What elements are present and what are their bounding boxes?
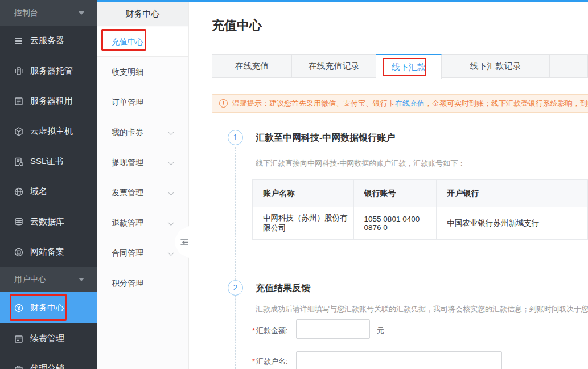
required-asterisk: *	[252, 326, 255, 335]
tab-offline-remittance-records[interactable]: 线下汇款记录	[442, 55, 550, 77]
sidebar-item-virtual-host[interactable]: 云虚拟主机	[0, 116, 97, 146]
triangle-down-icon	[79, 11, 84, 15]
triangle-down-icon	[79, 278, 84, 281]
sidebar-item-cloud-server[interactable]: 云服务器	[0, 26, 97, 56]
sidebar-item-agent-distribution[interactable]: 代理分销	[0, 354, 97, 369]
sidebar-item-label: 网站备案	[30, 247, 64, 257]
submenu-item-contract-management[interactable]: 合同管理	[97, 238, 188, 268]
remittance-amount-label: *汇款金额:	[252, 326, 288, 336]
submenu-item-label: 我的卡券	[112, 128, 143, 138]
sidebar-item-label: 财务中心	[30, 302, 64, 313]
step-connector-line	[235, 147, 236, 369]
remittance-amount-input[interactable]	[296, 319, 370, 339]
filing-circle-icon	[14, 247, 24, 257]
finance-submenu: 财务中心 充值中心 收支明细 订单管理 我的卡券 提现管理 发票管理	[97, 2, 189, 369]
chevron-down-icon	[168, 249, 174, 255]
submenu-item-my-coupons[interactable]: 我的卡券	[97, 117, 188, 147]
online-recharge-link[interactable]: 在线充值	[395, 99, 425, 108]
exclamation-circle-icon: !	[219, 99, 228, 108]
cube-icon	[14, 126, 24, 137]
submenu-item-label: 合同管理	[112, 248, 143, 259]
certificate-icon	[14, 157, 24, 167]
submenu-item-points-management[interactable]: 积分管理	[97, 268, 188, 298]
notice-suffix: ，金额可实时到账；线下汇款受银行系统影响，到账时间	[425, 99, 588, 108]
notice-prefix: 温馨提示：建议您首先采用微信、支付宝、银行卡	[232, 99, 395, 108]
server-stack-icon	[14, 36, 24, 46]
submenu-item-withdrawal-management[interactable]: 提现管理	[97, 147, 188, 178]
tab-online-recharge-records[interactable]: 在线充值记录	[292, 55, 376, 77]
submenu-item-label: 发票管理	[112, 188, 143, 198]
sidebar-item-label: 域名	[30, 186, 47, 197]
tab-online-recharge[interactable]: 在线充值	[212, 55, 292, 77]
amount-unit: 元	[377, 326, 384, 336]
recharge-center-screen: 控制台 云服务器 服务器托管 服务器租用 云虚拟主机	[0, 0, 588, 369]
sidebar-item-domain[interactable]: 域名	[0, 177, 97, 207]
sidebar-section-console[interactable]: 控制台	[0, 0, 97, 26]
chevron-down-icon	[168, 219, 174, 225]
chevron-down-icon	[168, 188, 174, 195]
step-2-description: 汇款成功后请详细填写与您汇款账号关联的汇款凭据，我司将会核实您的汇款信息；到账时…	[256, 304, 588, 314]
submenu-item-income-expense[interactable]: 收支明细	[97, 57, 188, 87]
server-tower-icon	[14, 66, 24, 76]
top-accent-bar	[97, 0, 588, 2]
label-text: 汇款金额:	[256, 326, 288, 335]
sidebar-item-cloud-database[interactable]: 云数据库	[0, 207, 97, 237]
column-header-account-name: 账户名称	[253, 180, 354, 207]
sidebar-item-label: 服务器托管	[30, 65, 73, 76]
table-header-row: 账户名称 银行账号 开户银行	[253, 180, 588, 207]
primary-sidebar: 控制台 云服务器 服务器托管 服务器租用 云虚拟主机	[0, 0, 97, 369]
submenu-item-label: 积分管理	[112, 278, 143, 289]
remittance-account-name-label: *汇款户名:	[252, 356, 288, 367]
submenu-item-recharge-center[interactable]: 充值中心	[97, 27, 188, 57]
cell-account-name: 中网科技（苏州）股份有限公司	[253, 207, 354, 240]
globe-icon	[14, 187, 24, 197]
notice-text: 温馨提示：建议您首先采用微信、支付宝、银行卡在线充值，金额可实时到账；线下汇款受…	[232, 99, 588, 109]
step-2-badge: 2	[228, 280, 243, 296]
step-1-badge: 1	[228, 130, 243, 145]
column-header-opening-bank: 开户银行	[437, 180, 588, 207]
sidebar-item-label: SSL证书	[30, 156, 63, 167]
chevron-down-icon	[168, 158, 174, 165]
sidebar-item-label: 服务器租用	[30, 96, 73, 106]
sidebar-item-label: 代理分销	[30, 363, 64, 369]
sidebar-item-server-hosting[interactable]: 服务器托管	[0, 56, 97, 86]
table-row: 中网科技（苏州）股份有限公司 1055 0801 0400 0876 0 中国农…	[253, 207, 588, 240]
submenu-item-label: 提现管理	[112, 158, 143, 168]
server-list-icon	[14, 96, 24, 106]
user-center-label: 用户中心	[14, 274, 46, 285]
chevron-down-icon	[168, 128, 174, 134]
main-content: 充值中心 在线充值 在线充值记录 线下汇款 线下汇款记录 ! 温馨提示：建议您首…	[189, 0, 588, 369]
remittance-account-name-input[interactable]	[296, 351, 502, 369]
submenu-item-order-management[interactable]: 订单管理	[97, 87, 188, 117]
briefcase-icon	[14, 364, 24, 369]
sidebar-item-finance-center[interactable]: 财务中心	[0, 292, 97, 323]
sidebar-item-label: 续费管理	[30, 333, 64, 344]
submenu-item-label: 收支明细	[112, 67, 143, 77]
submenu-item-invoice-management[interactable]: 发票管理	[97, 178, 188, 208]
sidebar-item-label: 云虚拟主机	[30, 126, 73, 137]
sidebar-item-server-rental[interactable]: 服务器租用	[0, 86, 97, 116]
submenu-item-label: 订单管理	[112, 97, 143, 108]
page-title: 充值中心	[212, 17, 262, 34]
yen-circle-icon	[14, 303, 24, 313]
submenu-header: 财务中心	[97, 2, 188, 26]
submenu-item-label: 退款管理	[112, 218, 143, 228]
bank-account-table: 账户名称 银行账号 开户银行 中网科技（苏州）股份有限公司 1055 0801 …	[252, 179, 588, 240]
sidebar-item-label: 云服务器	[30, 35, 64, 46]
sidebar-item-website-filing[interactable]: 网站备案	[0, 237, 97, 267]
step-1-description: 线下汇款直接向中网科技-中网数据的账户汇款，汇款账号如下：	[256, 158, 465, 169]
submenu-item-label: 充值中心	[112, 37, 143, 47]
sidebar-section-user-center[interactable]: 用户中心	[0, 267, 97, 292]
step-1-title: 汇款至中网科技-中网数据银行账户	[256, 132, 395, 144]
required-asterisk: *	[252, 357, 255, 366]
cell-bank-account-number: 1055 0801 0400 0876 0	[353, 207, 437, 240]
database-icon	[14, 217, 24, 227]
sidebar-item-renewal-management[interactable]: 续费管理	[0, 323, 97, 354]
notice-banner: ! 温馨提示：建议您首先采用微信、支付宝、银行卡在线充值，金额可实时到账；线下汇…	[212, 94, 588, 113]
label-text: 汇款户名:	[256, 357, 288, 366]
submenu-item-refund-management[interactable]: 退款管理	[97, 208, 188, 238]
step-2-title: 充值结果反馈	[256, 282, 310, 294]
collapse-menu-icon	[180, 239, 188, 246]
sidebar-item-ssl-certificate[interactable]: SSL证书	[0, 146, 97, 177]
tab-offline-remittance[interactable]: 线下汇款	[376, 54, 442, 79]
